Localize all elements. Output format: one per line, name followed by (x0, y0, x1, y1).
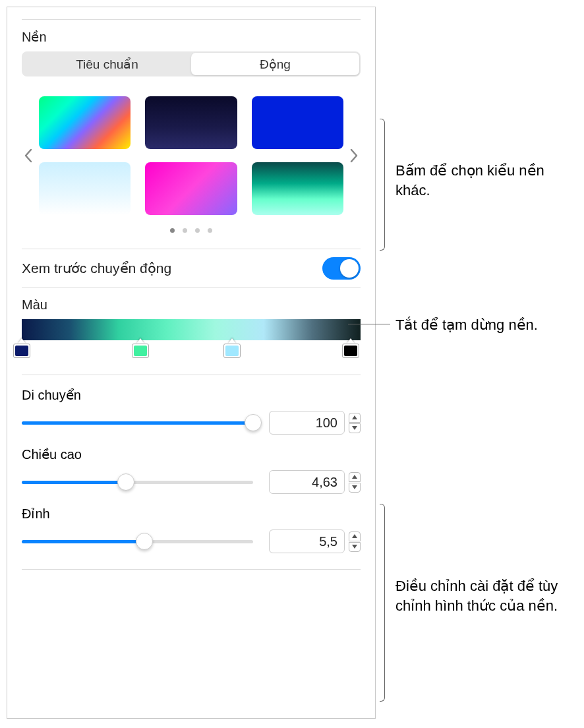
color-stop-1[interactable] (13, 338, 30, 358)
stepper-down-peak[interactable] (349, 542, 361, 552)
thumbnail-dark-clouds[interactable] (145, 96, 237, 149)
divider-3 (22, 375, 361, 375)
motion-preview-toggle[interactable] (322, 257, 361, 280)
section-title-background: Nền (22, 29, 361, 45)
slider-label-peak: Đỉnh (22, 506, 361, 522)
carousel-next-icon[interactable] (347, 142, 361, 169)
section-title-color: Màu (22, 297, 361, 313)
thumbnail-magenta-blue[interactable] (145, 162, 237, 215)
motion-preview-label: Xem trước chuyển động (22, 260, 171, 276)
bracket-adjust (380, 504, 385, 702)
thumbnail-teal-clouds[interactable] (252, 162, 343, 215)
slider-section-peak: Đỉnh (22, 506, 361, 553)
color-stop-4[interactable] (342, 338, 359, 358)
line-toggle (348, 324, 390, 324)
stepper-down-move[interactable] (349, 423, 361, 433)
carousel-prev-icon[interactable] (22, 142, 35, 169)
callout-toggle-off: Tắt để tạm dừng nền. (395, 315, 580, 335)
toggle-knob (340, 259, 359, 278)
sliders-container: Di chuyển Chiều cao (22, 387, 361, 553)
carousel-pager (22, 228, 361, 233)
gradient-stops (22, 340, 361, 363)
slider-label-move: Di chuyển (22, 387, 361, 403)
slider-move[interactable] (22, 415, 253, 431)
slider-label-height: Chiều cao (22, 446, 361, 462)
thumbnail-solid-blue[interactable] (252, 96, 343, 149)
segment-dynamic[interactable]: Động (191, 53, 359, 75)
divider-2 (22, 288, 361, 288)
stepper-move (269, 411, 361, 435)
stepper-input-move[interactable] (269, 411, 345, 435)
pager-dot-3[interactable] (195, 228, 200, 233)
pager-dot-2[interactable] (183, 228, 187, 233)
stepper-up-move[interactable] (349, 413, 361, 423)
pager-dot-1[interactable] (170, 228, 175, 233)
bracket-pick-style (380, 119, 385, 251)
thumbnail-rainbow-gradient[interactable] (39, 96, 131, 149)
slider-height[interactable] (22, 474, 253, 490)
pager-dot-4[interactable] (208, 228, 212, 233)
segment-standard[interactable]: Tiêu chuẩn (23, 53, 191, 75)
color-stop-2[interactable] (132, 338, 149, 358)
background-settings-panel: Nền Tiêu chuẩn Động Xem trước chuyển độn… (7, 7, 376, 719)
slider-section-move: Di chuyển (22, 387, 361, 435)
stepper-up-height[interactable] (349, 472, 361, 482)
thumbnail-grid (39, 96, 343, 215)
gradient-bar[interactable] (22, 319, 361, 340)
callout-pick-style: Bấm để chọn kiểu nền khác. (395, 161, 573, 200)
stepper-peak (269, 530, 361, 553)
slider-peak[interactable] (22, 533, 253, 549)
background-type-segmented: Tiêu chuẩn Động (22, 51, 361, 76)
stepper-input-peak[interactable] (269, 530, 345, 553)
bottom-divider (22, 569, 361, 570)
motion-preview-row: Xem trước chuyển động (22, 249, 361, 288)
color-stop-3[interactable] (223, 338, 241, 358)
stepper-input-height[interactable] (269, 470, 345, 494)
stepper-up-peak[interactable] (349, 531, 361, 541)
stepper-height (269, 470, 361, 494)
top-divider (22, 19, 361, 20)
callout-adjust: Điều chỉnh cài đặt để tùy chỉnh hình thứ… (395, 576, 567, 615)
background-carousel (22, 96, 361, 215)
stepper-down-height[interactable] (349, 483, 361, 493)
thumbnail-white-cloud-sky[interactable] (39, 162, 131, 215)
slider-section-height: Chiều cao (22, 446, 361, 494)
